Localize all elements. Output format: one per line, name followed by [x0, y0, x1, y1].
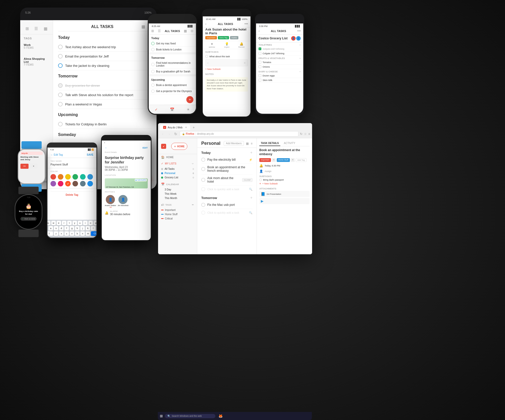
new-subtask-btn[interactable]: + New Subtask	[203, 67, 250, 71]
input-placeholder[interactable]: Click to quickly add a task	[207, 188, 247, 191]
back-button[interactable]: ←	[105, 146, 107, 149]
list-item[interactable]: Tomatos	[256, 60, 303, 65]
subtask-input-close[interactable]: ✕	[244, 62, 246, 64]
more-icon[interactable]: ⊙	[191, 29, 193, 33]
color-dot-green[interactable]	[72, 174, 78, 180]
task-circle[interactable]	[58, 122, 63, 126]
delete-tag-button[interactable]: Delete Tag	[50, 191, 93, 198]
key-z[interactable]: z	[54, 231, 58, 236]
tag-x-important[interactable]: ✕	[272, 158, 276, 162]
add-task-input-row[interactable]: Click to quickly add a task 🔍	[201, 185, 252, 193]
tag-name-field[interactable]: TAG NAME Payment Stuff	[47, 158, 96, 168]
more-icon[interactable]: •••	[297, 29, 301, 33]
notes-content[interactable]: Normally a 4 star hotels in Paris in lat…	[205, 77, 248, 92]
task-circle[interactable]	[151, 48, 155, 51]
inspire-icon-item[interactable]: 💡 Inspire	[224, 42, 230, 48]
table-row[interactable]: Plan a weekend in Vegas	[58, 100, 152, 109]
refresh-icon[interactable]: ↻	[300, 132, 302, 136]
new-tab-icon[interactable]: +	[191, 125, 196, 129]
inbox-icon[interactable]: ☰	[158, 29, 161, 33]
edit-button[interactable]: EDIT	[142, 147, 148, 149]
add-tag-btn[interactable]: Add Tag	[296, 158, 307, 162]
key-h[interactable]: h	[75, 226, 80, 231]
new-task-button[interactable]: + HOME	[171, 143, 187, 150]
back-icon[interactable]: ‹	[259, 29, 260, 33]
color-dot-lightblue[interactable]	[87, 181, 93, 186]
task-star-icon[interactable]: ⚡	[249, 158, 252, 161]
grocery-check[interactable]	[259, 74, 261, 77]
attachment-row-1[interactable]: 📘 G4 Presentation	[259, 191, 310, 197]
grid-icon[interactable]: ⊞	[151, 29, 154, 33]
sidebar-item-work[interactable]: Work 5 ITEMS	[20, 41, 53, 52]
sidebar-list-grocery[interactable]: Grocery List 0	[158, 175, 197, 180]
collapse-icon[interactable]: −	[299, 70, 301, 73]
list-item[interactable]: Get a projector for the Olympics	[149, 88, 196, 94]
key-o[interactable]: o	[88, 221, 93, 225]
task-circle[interactable]	[151, 63, 155, 66]
more-icon[interactable]: ≡	[251, 142, 252, 145]
color-dot-teal[interactable]	[80, 174, 86, 180]
task-circle[interactable]	[151, 42, 155, 45]
forward-nav-btn[interactable]: ›	[167, 132, 172, 136]
add-tomorrow-btn[interactable]: +	[250, 195, 252, 200]
key-shift[interactable]: ⇧	[47, 231, 53, 236]
table-row[interactable]: Email the presentation for Jeff ↗	[58, 52, 152, 61]
color-dot-blue[interactable]	[87, 174, 93, 180]
tasks-tab-icon[interactable]: ✓	[155, 107, 158, 111]
layout-icon[interactable]: ▦	[246, 142, 249, 145]
watch-dismiss-btn[interactable]: ✕	[30, 164, 38, 169]
layout-icon[interactable]: ▦	[184, 29, 187, 33]
layout-icon[interactable]: ▦	[44, 26, 47, 31]
sidebar-list-personal[interactable]: Personal 0	[158, 171, 197, 175]
table-row[interactable]: Book an appoimtment at the french embass…	[201, 164, 252, 175]
color-dot-deeporange[interactable]	[65, 181, 71, 186]
back-button[interactable]: ← Edit Tag	[50, 153, 63, 156]
add-star-icon-item[interactable]: ★ add/star	[209, 42, 215, 48]
back-icon[interactable]: ‹	[205, 22, 206, 26]
task-circle[interactable]	[58, 83, 63, 88]
sidebar-item-home[interactable]: 🏠 HOME	[158, 154, 197, 160]
key-a[interactable]: a	[48, 226, 53, 231]
table-row[interactable]: Tickets for Coldplay in Berlin	[58, 120, 152, 129]
key-t[interactable]: t	[67, 221, 72, 225]
tag-sera[interactable]: Sera Tag	[218, 36, 229, 39]
inbox-icon[interactable]: ☰	[34, 26, 38, 31]
key-q[interactable]: q	[47, 221, 50, 225]
list-item[interactable]: Get my mac fixed	[149, 41, 196, 47]
sidebar-list-all-tasks[interactable]: All Tasks 0	[158, 167, 197, 171]
key-s[interactable]: s	[54, 226, 58, 231]
sidebar-this-month[interactable]: This Month	[158, 196, 197, 200]
key-backspace[interactable]: ⌫	[91, 231, 96, 236]
color-dot-brown[interactable]	[72, 181, 78, 186]
key-m[interactable]: m	[86, 231, 90, 236]
task-circle[interactable]	[58, 54, 63, 59]
star-icon[interactable]: ☆	[304, 132, 307, 136]
subtask-circle[interactable]	[205, 55, 208, 58]
moment-tab-icon[interactable]: ☀	[187, 107, 190, 111]
task-circle[interactable]	[201, 167, 205, 171]
list-item[interactable]: Book tickets to London	[149, 47, 196, 53]
add-tomorrow-input[interactable]: Click to quickly add a task 🔍	[201, 209, 252, 216]
reload-nav-btn[interactable]: ↻	[173, 132, 178, 136]
task-circle[interactable]	[58, 93, 63, 97]
collapse-icon[interactable]: −	[299, 44, 301, 46]
color-dot-pink[interactable]	[58, 181, 63, 186]
key-c[interactable]: c	[64, 231, 69, 236]
key-y[interactable]: y	[72, 221, 77, 225]
watch-action-btn[interactable]: OK	[20, 164, 29, 169]
key-i[interactable]: i	[83, 221, 88, 225]
tag-home-stuff-detail[interactable]: Home Stuff	[277, 158, 290, 162]
table-row[interactable]: Text Ashley about the weekend trip ↗	[58, 42, 152, 52]
table-row[interactable]: Pay the electricity bill ⚡	[201, 156, 252, 164]
more-icon[interactable]: •••	[244, 22, 248, 26]
assign-label[interactable]: Assign	[265, 170, 271, 173]
tab-activity[interactable]: ACTIVITY	[282, 141, 297, 146]
save-button[interactable]: SAVE	[87, 153, 94, 156]
navigate-btn[interactable]: ▶ NAVIGATE	[135, 179, 147, 181]
key-p[interactable]: p	[94, 221, 97, 225]
list-item[interactable]: Book a dentist appointment	[149, 82, 196, 88]
task-circle[interactable]	[58, 102, 63, 106]
task-circle[interactable]	[58, 45, 63, 49]
grocery-check[interactable]	[259, 61, 261, 64]
key-k[interactable]: k	[86, 226, 90, 231]
